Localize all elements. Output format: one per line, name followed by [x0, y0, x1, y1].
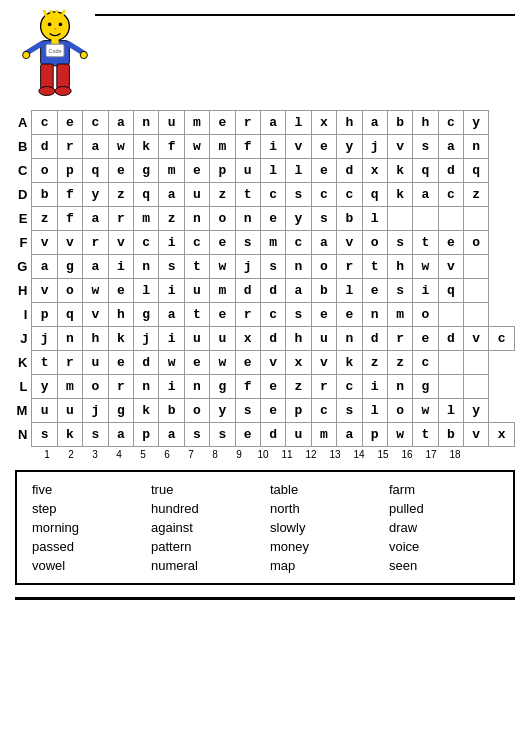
- puzzle-cell: v: [32, 279, 57, 303]
- puzzle-cell: u: [184, 279, 209, 303]
- puzzle-cell: e: [260, 399, 285, 423]
- puzzle-cell: l: [286, 159, 311, 183]
- puzzle-cell: a: [159, 303, 184, 327]
- puzzle-cell: u: [159, 111, 184, 135]
- puzzle-cell: c: [438, 111, 463, 135]
- puzzle-cell: s: [235, 231, 260, 255]
- svg-rect-15: [57, 64, 70, 89]
- puzzle-cell: z: [286, 375, 311, 399]
- row-label: L: [15, 375, 32, 399]
- puzzle-cell: c: [133, 231, 158, 255]
- list-item: slowly: [270, 520, 379, 535]
- svg-text:Code: Code: [49, 48, 62, 54]
- puzzle-cell: u: [311, 327, 336, 351]
- puzzle-cell: r: [387, 327, 412, 351]
- puzzle-cell: k: [337, 351, 362, 375]
- puzzle-cell: e: [210, 111, 235, 135]
- puzzle-cell: o: [210, 207, 235, 231]
- puzzle-cell: l: [362, 207, 387, 231]
- puzzle-cell: y: [32, 375, 57, 399]
- col-number: 2: [59, 449, 83, 460]
- list-item: map: [270, 558, 379, 573]
- puzzle-cell: p: [32, 303, 57, 327]
- puzzle-cell: s: [286, 183, 311, 207]
- table-row: Jjnhkjiuuxdhundredvc: [15, 327, 515, 351]
- puzzle-cell: a: [83, 207, 108, 231]
- puzzle-cell: h: [337, 111, 362, 135]
- puzzle-cell: [413, 207, 438, 231]
- puzzle-cell: z: [387, 351, 412, 375]
- puzzle-cell: j: [133, 327, 158, 351]
- puzzle-cell: k: [133, 135, 158, 159]
- puzzle-cell: x: [311, 111, 336, 135]
- puzzle-cell: a: [337, 423, 362, 447]
- col-number-row: 123456789101112131415161718: [35, 449, 515, 460]
- puzzle-cell: [464, 375, 489, 399]
- puzzle-cell: s: [286, 303, 311, 327]
- puzzle-cell: s: [337, 399, 362, 423]
- puzzle-cell: p: [57, 159, 82, 183]
- puzzle-cell: s: [311, 207, 336, 231]
- word-list-box: fivetruetablefarmstephundrednorthpulledm…: [15, 470, 515, 585]
- puzzle-cell: a: [286, 279, 311, 303]
- row-label: C: [15, 159, 32, 183]
- puzzle-cell: h: [413, 111, 438, 135]
- puzzle-cell: j: [32, 327, 57, 351]
- puzzle-cell: e: [184, 159, 209, 183]
- puzzle-cell: d: [133, 351, 158, 375]
- list-item: numeral: [151, 558, 260, 573]
- puzzle-cell: r: [83, 231, 108, 255]
- puzzle-cell: v: [57, 231, 82, 255]
- puzzle-cell: z: [362, 351, 387, 375]
- puzzle-cell: v: [83, 303, 108, 327]
- puzzle-cell: a: [159, 183, 184, 207]
- word-search-grid: AcecanumeralxhabhcyBdrawkfwmfiveyjvsanCo…: [15, 110, 515, 447]
- puzzle-cell: l: [438, 399, 463, 423]
- puzzle-cell: u: [235, 159, 260, 183]
- puzzle-cell: c: [337, 375, 362, 399]
- puzzle-cell: n: [337, 327, 362, 351]
- svg-point-6: [59, 23, 63, 27]
- puzzle-cell: c: [260, 303, 285, 327]
- puzzle-cell: p: [286, 399, 311, 423]
- puzzle-cell: k: [133, 399, 158, 423]
- puzzle-cell: w: [210, 255, 235, 279]
- puzzle-cell: s: [159, 255, 184, 279]
- puzzle-cell: a: [108, 111, 133, 135]
- puzzle-cell: b: [337, 207, 362, 231]
- puzzle-cell: m: [210, 279, 235, 303]
- puzzle-cell: g: [210, 375, 235, 399]
- puzzle-cell: f: [235, 135, 260, 159]
- puzzle-cell: k: [387, 159, 412, 183]
- table-row: Muujgkboysepcslowly: [15, 399, 515, 423]
- table-row: Ipqvhgatercseenmo: [15, 303, 515, 327]
- row-label: E: [15, 207, 32, 231]
- puzzle-cell: q: [438, 279, 463, 303]
- list-item: morning: [32, 520, 141, 535]
- puzzle-cell: q: [57, 303, 82, 327]
- puzzle-cell: h: [108, 303, 133, 327]
- puzzle-cell: [464, 279, 489, 303]
- puzzle-cell: y: [337, 135, 362, 159]
- puzzle-cell: e: [438, 231, 463, 255]
- puzzle-cell: e: [184, 351, 209, 375]
- puzzle-cell: l: [133, 279, 158, 303]
- puzzle-cell: o: [413, 303, 438, 327]
- puzzle-cell: z: [159, 207, 184, 231]
- puzzle-cell: w: [184, 135, 209, 159]
- puzzle-cell: d: [362, 327, 387, 351]
- col-number: 6: [155, 449, 179, 460]
- puzzle-cell: u: [184, 183, 209, 207]
- puzzle-cell: s: [387, 231, 412, 255]
- puzzle-cell: q: [362, 183, 387, 207]
- table-row: Nsksapassedumapwtbvx: [15, 423, 515, 447]
- puzzle-cell: c: [438, 183, 463, 207]
- puzzle-cell: v: [387, 135, 412, 159]
- puzzle-cell: o: [464, 231, 489, 255]
- puzzle-cell: m: [387, 303, 412, 327]
- page-title: [95, 12, 515, 16]
- puzzle-cell: a: [413, 183, 438, 207]
- puzzle-cell: h: [286, 327, 311, 351]
- puzzle-cell: e: [108, 351, 133, 375]
- puzzle-cell: v: [337, 231, 362, 255]
